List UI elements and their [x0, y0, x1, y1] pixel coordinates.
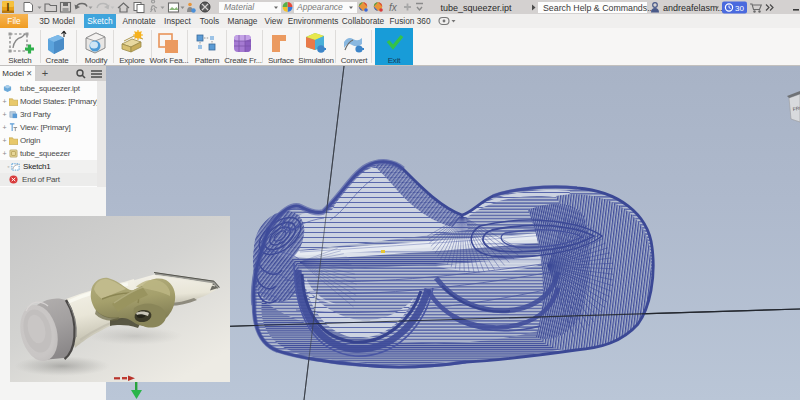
svg-text:Search Help & Commands...: Search Help & Commands...: [543, 3, 654, 13]
svg-text:tube_squeezer.ipt: tube_squeezer.ipt: [440, 3, 512, 13]
svg-text:andreafelasm...: andreafelasm...: [663, 3, 725, 13]
svg-text:Appearance: Appearance: [296, 2, 343, 12]
svg-text:fx: fx: [389, 2, 398, 13]
svg-text:Material: Material: [224, 2, 255, 12]
svg-text:I: I: [7, 2, 10, 13]
svg-text:30: 30: [735, 4, 744, 13]
svg-text:FRO: FRO: [792, 105, 800, 112]
